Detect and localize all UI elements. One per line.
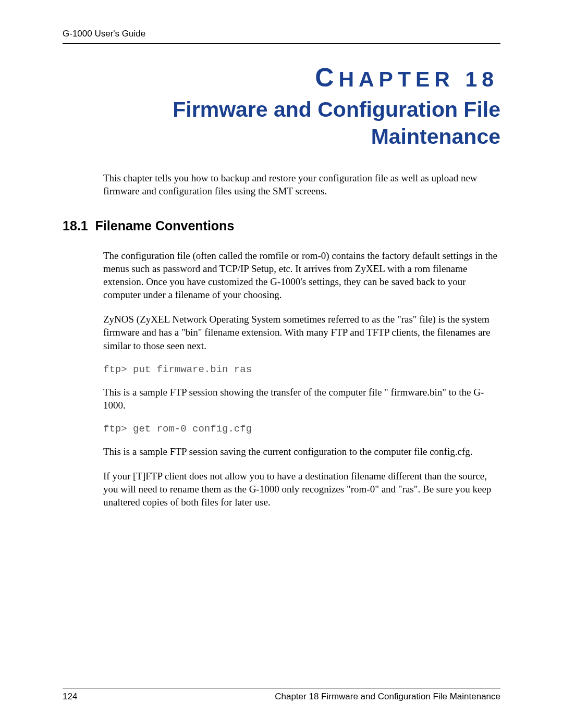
running-footer: 124 Chapter 18 Firmware and Configuratio… (63, 688, 500, 702)
code-sample-1: ftp> put firmware.bin ras (103, 364, 500, 375)
section-number: 18.1 (63, 218, 88, 233)
chapter-label: CHAPTER 18 (63, 63, 498, 93)
chapter-label-rest: HAPTER (338, 67, 455, 91)
running-head-text: G-1000 User's Guide (63, 29, 145, 39)
section-heading: 18.1 Filename Conventions (63, 218, 500, 233)
chapter-title: Firmware and Configuration File Maintena… (63, 96, 500, 151)
running-header: G-1000 User's Guide (63, 29, 500, 44)
chapter-label-first-letter: C (315, 63, 338, 92)
section-title: Filename Conventions (95, 218, 235, 233)
section-paragraph-2: ZyNOS (ZyXEL Network Operating System so… (103, 313, 500, 352)
chapter-number: 18 (465, 67, 498, 91)
section-paragraph-5: If your [T]FTP client does not allow you… (103, 470, 500, 509)
chapter-intro: This chapter tells you how to backup and… (103, 171, 500, 198)
page-number: 124 (63, 692, 77, 702)
section-paragraph-1: The configuration file (often called the… (103, 249, 500, 301)
section-paragraph-4: This is a sample FTP session saving the … (103, 445, 500, 458)
section-paragraph-3: This is a sample FTP session showing the… (103, 386, 500, 412)
code-sample-2: ftp> get rom-0 config.cfg (103, 423, 500, 435)
running-foot-text: Chapter 18 Firmware and Configuration Fi… (275, 692, 500, 702)
document-page: G-1000 User's Guide CHAPTER 18 Firmware … (0, 0, 563, 728)
